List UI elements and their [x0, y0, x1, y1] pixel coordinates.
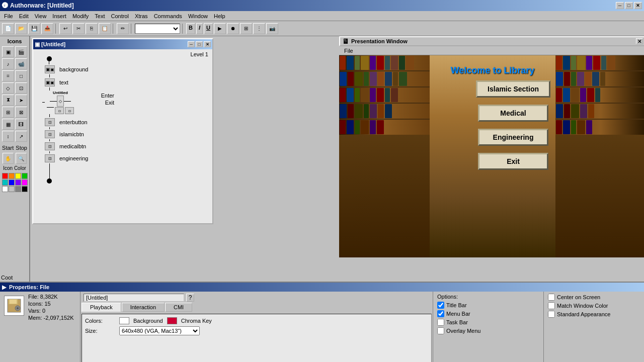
- task-bar-checkbox[interactable]: [437, 319, 444, 326]
- menu-insert[interactable]: Insert: [49, 12, 69, 20]
- tab-cmi[interactable]: CMI: [165, 303, 192, 312]
- engineering-button[interactable]: Engineering: [478, 129, 548, 146]
- color-lightgray[interactable]: [9, 186, 15, 192]
- fc-node-untitled[interactable]: Untitled ◇ ⊡ ⊡: [42, 90, 74, 114]
- center-screen-checkbox[interactable]: [548, 294, 555, 301]
- icon-navigate[interactable]: ➤: [15, 95, 27, 106]
- new-button[interactable]: 📄: [2, 23, 14, 34]
- islamic-section-button[interactable]: Islamic Section: [476, 80, 550, 98]
- color-purple[interactable]: [15, 179, 21, 186]
- icon-digital-movie[interactable]: 🎞: [15, 119, 27, 130]
- open-button[interactable]: 📂: [15, 23, 27, 34]
- fw-minimize-button[interactable]: ─: [188, 41, 195, 47]
- cut-button[interactable]: ✂: [72, 23, 85, 34]
- menu-file[interactable]: File: [1, 12, 16, 20]
- book: [391, 56, 398, 70]
- title-bar-checkbox[interactable]: [437, 302, 444, 309]
- minimize-button[interactable]: ─: [616, 2, 624, 9]
- color-black[interactable]: [22, 186, 28, 192]
- properties-expand-icon[interactable]: ▶: [2, 284, 6, 291]
- maximize-button[interactable]: □: [625, 2, 633, 9]
- save-button[interactable]: 💾: [28, 23, 40, 34]
- bold-button[interactable]: B: [186, 23, 195, 34]
- fc-node-enterbutton[interactable]: ⊡ enterbutton: [42, 117, 88, 127]
- exit-button[interactable]: Exit: [478, 153, 548, 170]
- font-select[interactable]: [135, 24, 180, 34]
- icon-group[interactable]: ▦: [2, 119, 14, 130]
- match-window-checkbox[interactable]: [548, 302, 555, 309]
- icon-framework[interactable]: ⊞: [2, 107, 14, 118]
- fw-close-button[interactable]: ✕: [204, 41, 211, 47]
- tab-playback[interactable]: Playback: [82, 303, 121, 312]
- zoom-tool[interactable]: 🔍: [16, 153, 27, 164]
- pw-close-button[interactable]: ✕: [636, 38, 643, 44]
- insert-button[interactable]: ⊞: [240, 23, 252, 34]
- color-gray[interactable]: [15, 186, 21, 192]
- tab-interaction[interactable]: Interaction: [122, 303, 165, 312]
- icon-decision[interactable]: ◇: [2, 82, 14, 94]
- camera-button[interactable]: 📷: [266, 23, 278, 34]
- pw-menu-file[interactable]: File: [341, 47, 356, 55]
- toolbar-separator-2: [113, 24, 115, 34]
- grid-button[interactable]: ⋮: [253, 23, 265, 34]
- italic-button[interactable]: I: [196, 23, 203, 34]
- color-orange[interactable]: [9, 173, 15, 179]
- filename-field[interactable]: [Untitled]: [84, 294, 184, 302]
- color-blue[interactable]: [9, 179, 15, 186]
- menu-text[interactable]: Text: [92, 12, 108, 20]
- draw-button[interactable]: ✏: [117, 23, 129, 34]
- record-button[interactable]: ⏺: [227, 23, 239, 34]
- standard-appearance-checkbox[interactable]: [548, 311, 555, 318]
- menu-view[interactable]: View: [32, 12, 50, 20]
- background-color-box[interactable]: [119, 317, 129, 324]
- underline-button[interactable]: U: [204, 23, 213, 34]
- icon-pointer[interactable]: ↗: [15, 131, 27, 142]
- medical-button[interactable]: Medical: [478, 105, 548, 122]
- menu-control[interactable]: Control: [108, 12, 131, 20]
- menu-modify[interactable]: Modify: [69, 12, 92, 20]
- undo-button[interactable]: ↩: [59, 23, 71, 34]
- fc-node-text[interactable]: ▣ text: [42, 77, 68, 87]
- fc-node-background[interactable]: ▣ background: [42, 64, 89, 74]
- icon-arrow[interactable]: ↕: [2, 131, 14, 142]
- color-yellow[interactable]: [15, 173, 21, 179]
- options-list: Title Bar Menu Bar Task Bar Overlay Menu: [437, 302, 539, 334]
- chromakey-color-box[interactable]: [167, 317, 177, 324]
- paste-button[interactable]: 📋: [99, 23, 111, 34]
- size-select[interactable]: 640x480 (VGA, Mac13"): [119, 326, 200, 335]
- menu-help[interactable]: Help: [211, 12, 228, 20]
- help-button[interactable]: ?: [186, 294, 194, 302]
- icon-animation[interactable]: 🎬: [15, 46, 27, 57]
- overlay-menu-checkbox[interactable]: [437, 327, 444, 334]
- fc-node-medicalbtn[interactable]: ⊡ medicalbtn: [42, 141, 86, 151]
- icon-erase[interactable]: ⊠: [15, 107, 27, 118]
- icon-wait[interactable]: ⧗: [2, 95, 14, 106]
- close-button[interactable]: ✕: [634, 2, 642, 9]
- copy-button[interactable]: ⎘: [86, 23, 98, 34]
- color-green[interactable]: [22, 173, 28, 179]
- stop-label[interactable]: Stop: [16, 145, 27, 151]
- hand-tool[interactable]: ✋: [3, 153, 14, 164]
- menu-window[interactable]: Window: [185, 12, 211, 20]
- icon-sound[interactable]: ♪: [2, 58, 14, 69]
- fc-node-islamicbtn[interactable]: ⊡ islamicbtn: [42, 129, 84, 139]
- color-white[interactable]: [2, 186, 8, 192]
- icon-interaction[interactable]: ⊡: [15, 82, 27, 94]
- menu-commands[interactable]: Commands: [151, 12, 185, 20]
- fw-restore-button[interactable]: □: [196, 41, 203, 47]
- icon-display[interactable]: ▣: [2, 46, 14, 57]
- color-red[interactable]: [2, 173, 8, 179]
- play-button[interactable]: ▶: [214, 23, 226, 34]
- icon-map[interactable]: □: [15, 70, 27, 81]
- start-label[interactable]: Start: [2, 145, 14, 151]
- icon-calculation[interactable]: =: [2, 70, 14, 81]
- import-button[interactable]: 📥: [41, 23, 53, 34]
- menu-xtras[interactable]: Xtras: [132, 12, 151, 20]
- book-row-r4: [555, 104, 644, 119]
- icon-video[interactable]: 📹: [15, 58, 27, 69]
- menu-edit[interactable]: Edit: [16, 12, 32, 20]
- color-pink[interactable]: [22, 179, 28, 186]
- fc-node-engineering[interactable]: ⊡ engineering: [42, 153, 89, 163]
- menu-bar-checkbox[interactable]: [437, 310, 444, 317]
- color-cyan[interactable]: [2, 179, 8, 186]
